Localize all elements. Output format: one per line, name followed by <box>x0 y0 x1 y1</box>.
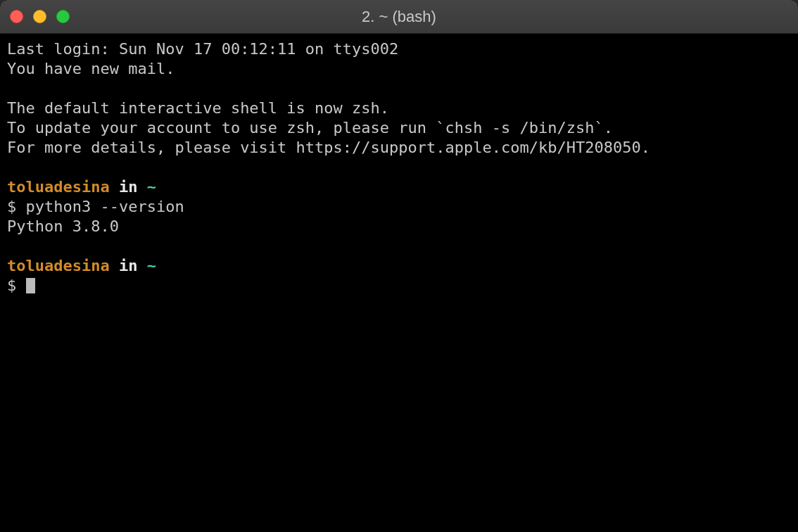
terminal-line: Last login: Sun Nov 17 00:12:11 on ttys0… <box>7 40 398 58</box>
titlebar: 2. ~ (bash) <box>0 0 798 34</box>
prompt-path: ~ <box>147 257 156 274</box>
terminal-line: For more details, please visit https://s… <box>7 139 650 156</box>
prompt-dollar: $ <box>7 198 26 215</box>
terminal-line: You have new mail. <box>7 60 175 77</box>
terminal-line: The default interactive shell is now zsh… <box>7 99 389 117</box>
maximize-icon[interactable] <box>56 10 70 23</box>
prompt-dollar: $ <box>7 277 26 294</box>
prompt-in: in <box>110 178 147 196</box>
prompt-path: ~ <box>147 178 156 196</box>
prompt-in: in <box>110 257 147 274</box>
close-icon[interactable] <box>10 10 23 23</box>
terminal-window: 2. ~ (bash) Last login: Sun Nov 17 00:12… <box>0 0 798 532</box>
terminal-line: To update your account to use zsh, pleas… <box>7 119 613 137</box>
traffic-lights <box>10 10 70 23</box>
terminal-command: python3 --version <box>26 198 184 215</box>
terminal-body[interactable]: Last login: Sun Nov 17 00:12:11 on ttys0… <box>0 34 798 532</box>
minimize-icon[interactable] <box>33 10 46 23</box>
prompt-username: toluadesina <box>7 178 110 196</box>
cursor-icon <box>26 278 35 293</box>
terminal-output: Python 3.8.0 <box>7 217 119 235</box>
window-title: 2. ~ (bash) <box>362 8 436 26</box>
prompt-username: toluadesina <box>7 257 110 274</box>
